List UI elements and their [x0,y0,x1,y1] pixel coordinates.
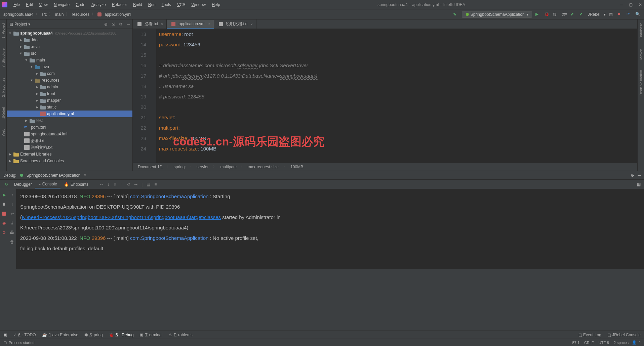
drop-frame-icon[interactable]: ⟲ [127,182,130,187]
tree-item-springbootuaaa4-iml[interactable]: springbootuaaa4.iml [7,131,132,137]
tree-item-必看-txt[interactable]: 必看.txt [7,137,132,144]
status-crlf[interactable]: CRLF [584,341,594,345]
debug-icon[interactable]: 🐞 [544,12,550,17]
layout-icon[interactable]: ▦ [637,182,641,187]
force-step-icon[interactable]: ⇓ [113,182,117,187]
console-output[interactable]: 2023-09-08 20:51:08.318 INFO 29396 --- [… [16,189,644,269]
bottom-tab-problems[interactable]: ⚠ Problems [168,333,193,337]
tree-item-test[interactable]: ▶test [7,117,132,124]
hide-icon[interactable]: ─ [127,22,130,27]
profile-icon[interactable]: ◔▾ [562,12,567,17]
sidebar-maven[interactable]: Maven [639,49,643,60]
editor-tab-必看.txt[interactable]: 必看.txt× [133,19,167,29]
tree-scratches-and-consoles[interactable]: ▶Scratches and Consoles [7,158,132,164]
tool-windows-icon[interactable]: ▣ [3,333,7,337]
step-over-icon[interactable]: ⤻ [100,182,103,187]
bottom-tab-5--debug[interactable]: 🐞 5: Debug [109,333,134,337]
resume-icon[interactable]: ▶ [1,192,7,198]
jrebel-run-icon[interactable]: ⬈ [570,12,576,17]
menu-navigate[interactable]: Navigate [51,2,72,8]
tree-item-mapper[interactable]: ▶mapper [7,97,132,104]
build-icon[interactable]: ⬊ [453,12,458,17]
debug-tab-console[interactable]: ▸ Console [35,180,61,188]
run-configuration-selector[interactable]: ⬢ SpringbootSchemaApplication ▾ [462,11,532,18]
mute-breakpoints-icon[interactable]: ⊘ [1,229,7,235]
bottom-event-log[interactable]: ▢ Event Log [578,333,601,337]
jrebel-label[interactable]: JRebel [588,12,600,17]
status-57:1[interactable]: 57:1 [572,341,579,345]
editor-content[interactable]: 131415161718192021222324 code51.cn-源码乐园盗… [133,29,637,163]
menu-view[interactable]: View [36,2,50,8]
step-into-icon[interactable]: ↓ [107,182,109,187]
maximize-icon[interactable]: ▢ [629,2,633,7]
sidebar-bean-validation[interactable]: Bean Validation [639,70,643,95]
gear-icon[interactable]: ⚙ [631,173,634,178]
evaluate-icon[interactable]: ▤ [147,182,150,187]
editor-breadcrumb-bar[interactable]: Document 1/1〉spring:〉servlet:〉multipart:… [133,163,637,171]
run-icon[interactable]: ▶ [535,12,541,17]
tree-item--idea[interactable]: ▶.idea [7,37,132,43]
stop-icon[interactable]: ■ [618,12,623,17]
scroll-end-icon[interactable]: ⤓ [9,220,15,226]
menu-file[interactable]: File [11,2,23,8]
tree-item-front[interactable]: ▶front [7,90,132,97]
tree-item--mvn[interactable]: ▶.mvn [7,43,132,50]
memory-indicator[interactable]: ▯ [639,340,641,345]
attach-icon[interactable]: ⬒ [609,12,614,17]
stop-button[interactable] [1,211,7,217]
coverage-icon[interactable]: ◷ [553,12,558,17]
status-utf-8[interactable]: UTF-8 [599,341,609,345]
tree-item-admin[interactable]: ▶admin [7,84,132,90]
chevron-down-icon[interactable]: ▾ [28,22,30,27]
close-icon[interactable]: ✕ [639,2,642,7]
view-breakpoints-icon[interactable]: ◉ [1,220,7,226]
menu-build[interactable]: Build [130,2,145,8]
sidebar-jrebel[interactable]: JRebel [1,107,5,119]
trace-icon[interactable]: ≡ [154,182,157,187]
tree-item-application-yml[interactable]: application.yml [7,111,132,117]
sidebar-1--project[interactable]: 1: Project [1,23,5,38]
debug-tab-debugger[interactable]: Debugger [11,180,35,188]
sidebar-database[interactable]: Database [639,23,643,39]
soft-wrap-icon[interactable]: ↩ [9,211,15,217]
search-everywhere-icon[interactable]: 🔍 [635,12,641,17]
up-icon[interactable]: ↑ [9,192,15,198]
status-2 spaces[interactable]: 2 spaces [614,341,629,345]
sidebar-7--structure[interactable]: 7: Structure [1,48,5,68]
project-tree[interactable]: ▼springbootuaaa4K:\needProccess\2023\spr… [7,29,132,171]
sidebar-2--favorites[interactable]: 2: Favorites [1,78,5,97]
update-icon[interactable]: ⟳ [627,12,632,17]
tree-root[interactable]: ▼springbootuaaa4K:\needProccess\2023\spr… [7,30,132,37]
bottom-tab-terminal[interactable]: ▣ Terminal [139,333,162,337]
hector-icon[interactable]: 👤 [632,340,637,345]
expand-all-icon[interactable]: ⇲ [112,22,115,27]
menu-help[interactable]: Help [209,2,223,8]
editor-tab-说明文档.txt[interactable]: 说明文档.txt× [214,19,256,29]
clear-icon[interactable]: 🗑 [9,239,15,245]
minimize-icon[interactable]: ─ [620,2,623,7]
bottom-tab-java-enterprise[interactable]: ☕ Java Enterprise [42,333,78,337]
bottom-tab-spring[interactable]: ⬢ Spring [84,333,103,337]
bottom-jrebel-console[interactable]: ▢ JRebel Console [607,333,641,337]
debug-tab-endpoints[interactable]: 🔥 Endpoints [61,180,92,188]
step-out-icon[interactable]: ↑ [121,182,123,187]
menu-window[interactable]: Window [189,2,208,8]
tree-item-com[interactable]: ▶com [7,70,132,77]
gear-icon[interactable]: ⚙ [119,22,123,27]
tree-item-static[interactable]: ▶static [7,104,132,111]
tree-item-java[interactable]: ▼java [7,63,132,70]
down-icon[interactable]: ↓ [9,201,15,207]
fold-gutter[interactable] [151,29,156,163]
menu-edit[interactable]: Edit [23,2,36,8]
pause-icon[interactable]: ⏸ [1,201,7,207]
jrebel-debug-icon[interactable]: ⬈ [579,12,585,17]
run-to-cursor-icon[interactable]: ⇥ [134,182,137,187]
editor-tab-application.yml[interactable]: application.yml× [167,20,214,29]
breadcrumb[interactable]: springbootuaaa4〉src〉main〉resources〉appli… [3,11,131,17]
tree-item-说明文档-txt[interactable]: 说明文档.txt [7,144,132,151]
bottom-tab-6--todo[interactable]: ✓ 6: TODO [13,333,36,337]
menu-vcs[interactable]: VCS [174,2,188,8]
tree-external-libraries[interactable]: ▶External Libraries [7,151,132,158]
tree-item-resources[interactable]: ▼resources [7,77,132,84]
menu-refactor[interactable]: Refactor [109,2,130,8]
